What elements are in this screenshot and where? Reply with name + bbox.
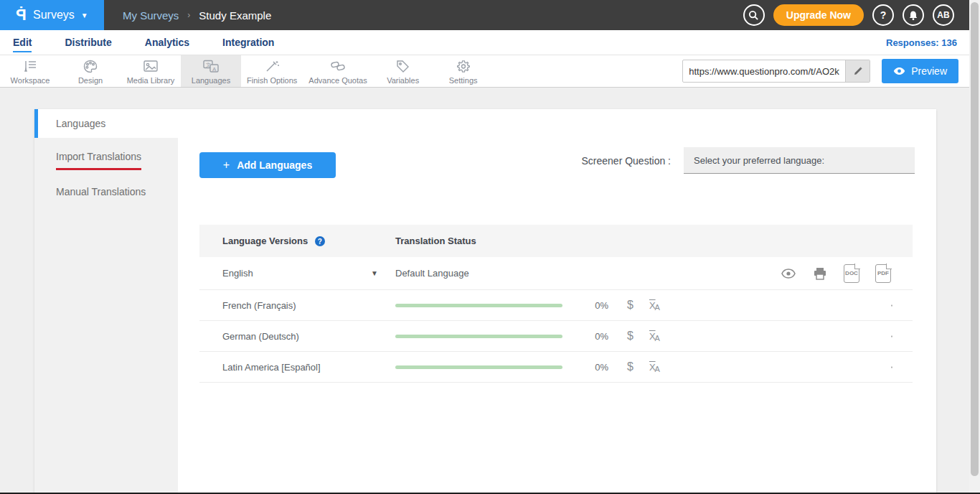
breadcrumb-separator-icon: › — [187, 10, 190, 20]
export-pdf-button[interactable]: PDF — [872, 265, 894, 282]
translate-icon: 文 A — [202, 58, 220, 74]
toolbar-item-workspace[interactable]: Workspace — [0, 55, 60, 87]
chevron-down-icon: ▼ — [81, 11, 88, 19]
svg-text:文: 文 — [206, 61, 211, 67]
breadcrumb-my-surveys[interactable]: My Surveys — [123, 9, 179, 22]
help-button[interactable]: ? — [872, 4, 894, 26]
export-doc-button[interactable]: DOC — [841, 265, 862, 282]
image-icon — [143, 58, 159, 74]
brand-menu[interactable]: Ṗ Surveys ▼ — [0, 0, 104, 30]
auto-translate-button[interactable]: XA — [649, 300, 665, 311]
edit-url-button[interactable] — [845, 60, 870, 83]
table-row-language: German (Deutsch) 0% $ XA — [199, 321, 913, 352]
brand-label: Surveys — [33, 9, 75, 22]
translation-progress-bar — [395, 365, 562, 369]
palette-icon — [83, 58, 98, 74]
pdf-file-icon: PDF — [875, 264, 891, 283]
workspace-icon — [22, 58, 38, 74]
avatar[interactable]: AB — [933, 4, 954, 26]
sidebar-item-import-translations[interactable]: Import Translations — [34, 138, 178, 173]
translation-percent: 0% — [562, 362, 608, 373]
toolbar-item-design[interactable]: Design — [60, 55, 121, 87]
col-translation-status: Translation Status — [395, 236, 476, 246]
plus-icon: + — [223, 159, 230, 172]
order-translation-button[interactable]: $ — [627, 299, 633, 312]
table-row-language: Latin America [Español] 0% $ XA — [199, 352, 913, 383]
trash-icon — [891, 361, 892, 373]
preview-button[interactable]: Preview — [882, 59, 958, 83]
topbar-actions: Upgrade Now ? AB — [743, 4, 980, 26]
breadcrumb-current: Study Example — [199, 9, 271, 22]
edit-toolbar: Workspace Design Media Library 文 — [0, 55, 980, 88]
top-bar: Ṗ Surveys ▼ My Surveys › Study Example U… — [0, 0, 980, 30]
languages-table: Language Versions ? Translation Status E… — [199, 225, 913, 383]
toolbar-item-finish-options[interactable]: Finish Options — [241, 55, 303, 87]
search-icon — [748, 10, 759, 21]
eye-icon — [893, 67, 905, 75]
auto-translate-button[interactable]: XA — [649, 331, 665, 342]
print-language-button[interactable] — [809, 265, 831, 282]
table-header-row: Language Versions ? Translation Status — [199, 225, 913, 257]
notifications-button[interactable] — [903, 4, 924, 26]
tab-analytics[interactable]: Analytics — [145, 32, 189, 52]
toolbar-item-settings[interactable]: Settings — [433, 55, 494, 87]
languages-side-menu: Import Translations Manual Translations — [34, 138, 178, 494]
help-icon[interactable]: ? — [315, 236, 325, 246]
trash-icon — [891, 330, 892, 342]
translation-percent: 0% — [562, 300, 608, 311]
translation-progress-bar — [395, 304, 562, 307]
bell-icon — [908, 10, 918, 21]
question-mark-icon: ? — [880, 9, 887, 21]
search-button[interactable] — [743, 4, 765, 26]
tab-integration[interactable]: Integration — [222, 32, 274, 52]
page-scrollbar — [969, 0, 980, 494]
svg-text:A: A — [212, 65, 217, 72]
questionpro-logo-icon: Ṗ — [16, 7, 27, 23]
table-row-default-language: English ▼ Default Language — [199, 257, 913, 290]
eye-icon — [781, 269, 796, 279]
default-language-status: Default Language — [395, 268, 469, 279]
tab-distribute[interactable]: Distribute — [65, 32, 111, 52]
col-language-versions: Language Versions — [222, 236, 308, 246]
survey-url-input[interactable] — [683, 66, 845, 77]
language-dropdown-caret-icon[interactable]: ▼ — [371, 269, 378, 277]
language-name: Latin America [Español] — [222, 362, 321, 373]
tag-icon — [396, 58, 410, 74]
sidebar-item-manual-translations[interactable]: Manual Translations — [34, 173, 178, 206]
default-language-name: English — [222, 268, 253, 279]
delete-language-button[interactable] — [891, 327, 913, 345]
responses-count[interactable]: Responses: 136 — [886, 37, 957, 48]
pencil-icon — [853, 66, 863, 76]
toolbar-item-languages[interactable]: 文 A Languages — [181, 55, 241, 87]
delete-language-button[interactable] — [891, 297, 913, 314]
language-name: German (Deutsch) — [222, 331, 299, 342]
language-name: French (Français) — [222, 300, 296, 311]
table-row-language: French (Français) 0% $ XA — [199, 290, 913, 321]
languages-content: + Add Languages Screener Question : Sele… — [178, 138, 936, 494]
doc-file-icon: DOC — [844, 264, 859, 283]
translation-progress-bar — [395, 335, 562, 338]
link-icon — [330, 58, 346, 74]
order-translation-button[interactable]: $ — [627, 360, 633, 373]
screener-question-select[interactable]: Select your preferred language: — [684, 147, 915, 174]
printer-icon — [813, 267, 827, 280]
screener-question-label: Screener Question : — [581, 155, 671, 167]
add-languages-button[interactable]: + Add Languages — [199, 152, 336, 178]
view-language-button[interactable] — [778, 265, 799, 282]
gear-icon — [456, 58, 471, 74]
scrollbar-thumb[interactable] — [971, 2, 979, 476]
section-nav: Edit Distribute Analytics Integration Re… — [0, 30, 980, 55]
toolbar-item-media-library[interactable]: Media Library — [121, 55, 181, 87]
trash-icon — [891, 299, 892, 312]
upgrade-now-button[interactable]: Upgrade Now — [773, 4, 864, 26]
toolbar-item-variables[interactable]: Variables — [373, 55, 433, 87]
translation-percent: 0% — [562, 331, 608, 342]
auto-translate-button[interactable]: XA — [649, 362, 665, 373]
toolbar-item-advance-quotas[interactable]: Advance Quotas — [303, 55, 372, 87]
delete-language-button[interactable] — [891, 358, 913, 376]
order-translation-button[interactable]: $ — [627, 330, 633, 342]
languages-panel: Languages Import Translations Manual Tra… — [34, 109, 936, 494]
tab-edit[interactable]: Edit — [13, 32, 32, 52]
magic-wand-icon — [265, 58, 280, 74]
panel-title: Languages — [34, 109, 936, 138]
